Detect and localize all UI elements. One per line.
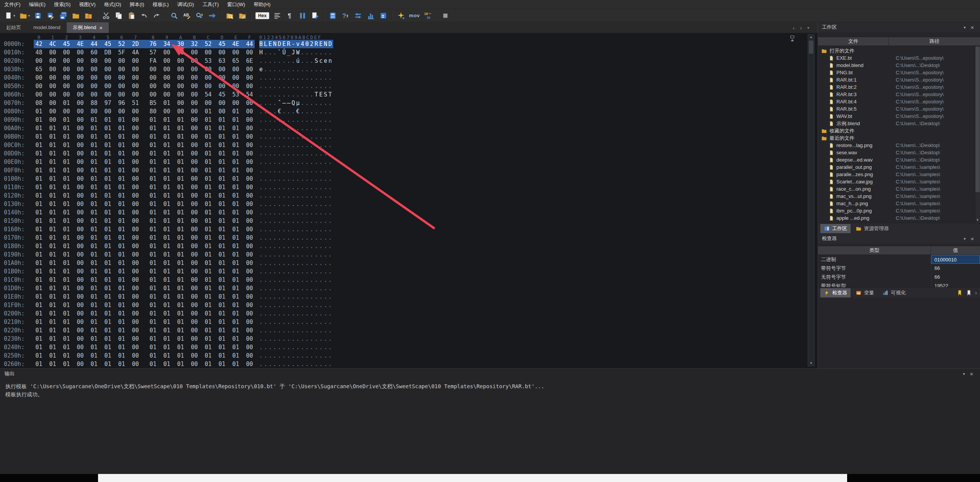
hex-byte[interactable]: 01	[34, 217, 44, 225]
ascii-char[interactable]: .	[291, 268, 296, 275]
ascii-char[interactable]: .	[291, 226, 296, 233]
hex-byte[interactable]: 00	[103, 57, 113, 65]
hex-byte[interactable]: 00	[175, 90, 186, 99]
ascii-char[interactable]: .	[296, 226, 301, 233]
hex-ascii[interactable]: e...............	[259, 65, 333, 74]
ascii-char[interactable]: .	[287, 192, 291, 199]
ascii-char[interactable]: .	[268, 167, 273, 174]
hex-ascii[interactable]: ................	[259, 116, 333, 124]
panel-tab-workspace[interactable]: 工作区	[820, 224, 851, 233]
ascii-char[interactable]: .	[301, 234, 305, 241]
ascii-char[interactable]: .	[273, 234, 278, 241]
hex-byte[interactable]: 00	[244, 166, 255, 175]
hex-bytes[interactable]: 01010100010101000101010001010100	[34, 250, 255, 259]
hex-byte[interactable]: 01	[175, 326, 186, 335]
hex-ascii[interactable]: ................	[259, 149, 333, 158]
ascii-char[interactable]: .	[291, 344, 296, 351]
hex-byte[interactable]: 4C	[47, 40, 58, 48]
ascii-char[interactable]: .	[259, 285, 264, 292]
hex-byte[interactable]: 01	[116, 208, 127, 217]
ascii-char[interactable]: .	[291, 335, 296, 342]
ascii-char[interactable]: .	[268, 116, 273, 123]
ascii-char[interactable]: .	[301, 49, 305, 56]
hex-byte[interactable]: 00	[130, 90, 141, 99]
ascii-char[interactable]: .	[282, 217, 287, 224]
hex-byte[interactable]: 01	[175, 132, 186, 141]
ascii-char[interactable]: .	[287, 150, 291, 157]
ascii-char[interactable]: .	[296, 209, 301, 216]
ascii-char[interactable]: .	[310, 251, 314, 258]
dropdown-caret-icon[interactable]: ▾	[28, 14, 30, 18]
hex-byte[interactable]: 01	[89, 124, 99, 132]
hex-byte[interactable]: 30	[175, 40, 186, 48]
hex-byte[interactable]: 01	[47, 200, 58, 208]
ascii-char[interactable]: D	[278, 41, 282, 47]
ascii-char[interactable]: .	[282, 192, 287, 199]
ascii-char[interactable]: .	[273, 327, 278, 334]
hex-byte[interactable]: 00	[175, 99, 186, 107]
ascii-char[interactable]: .	[305, 276, 310, 283]
ascii-char[interactable]: .	[305, 192, 310, 199]
hex-byte[interactable]: 00	[116, 74, 127, 82]
ascii-char[interactable]: e	[324, 57, 328, 64]
inspector-close-icon[interactable]: ×	[969, 235, 976, 242]
ascii-char[interactable]: .	[319, 209, 324, 216]
hex-byte[interactable]: 01	[148, 259, 158, 267]
hex-byte[interactable]: 00	[75, 309, 85, 318]
hex-byte[interactable]: 01	[203, 335, 213, 343]
ascii-char[interactable]: .	[328, 319, 333, 325]
hex-byte[interactable]: 01	[61, 141, 72, 149]
hex-byte[interactable]: 01	[217, 335, 227, 343]
inspector-menu-icon[interactable]: ▾	[961, 237, 969, 241]
hex-byte[interactable]: 01	[89, 276, 99, 284]
ascii-char[interactable]: .	[282, 66, 287, 73]
ascii-char[interactable]: .	[278, 209, 282, 216]
hex-byte[interactable]: 01	[47, 301, 58, 309]
hex-ascii[interactable]: ............TEST	[259, 90, 333, 99]
ascii-char[interactable]: .	[264, 260, 268, 266]
hex-byte[interactable]: 01	[162, 141, 172, 149]
hex-ascii[interactable]: ................	[259, 82, 333, 90]
hex-byte[interactable]: 00	[130, 309, 141, 318]
ascii-char[interactable]: .	[287, 302, 291, 309]
hex-byte[interactable]: 01	[47, 259, 58, 267]
inspector-value[interactable]: 66	[931, 273, 980, 281]
hex-byte[interactable]: 01	[231, 116, 241, 124]
ascii-char[interactable]: .	[282, 302, 287, 309]
ascii-char[interactable]: .	[273, 91, 278, 98]
hex-byte[interactable]: 01	[203, 343, 213, 351]
inspector-row[interactable]: 二进制01000010	[818, 255, 980, 264]
hex-byte[interactable]: 00	[189, 276, 200, 284]
ascii-char[interactable]: .	[273, 302, 278, 309]
ascii-char[interactable]: .	[328, 175, 333, 182]
ascii-char[interactable]: .	[291, 327, 296, 334]
ascii-char[interactable]: .	[278, 335, 282, 342]
hex-byte[interactable]: 01	[231, 217, 241, 225]
hex-byte[interactable]: 00	[130, 267, 141, 276]
hex-byte[interactable]: 01	[148, 242, 158, 250]
ascii-char[interactable]: .	[278, 133, 282, 140]
ascii-char[interactable]: .	[328, 150, 333, 157]
panel-overflow-icon[interactable]: ›	[975, 290, 977, 296]
hex-row[interactable]: 0170h:01010100010101000101010001010100..…	[0, 234, 818, 242]
hex-byte[interactable]: 01	[148, 318, 158, 326]
hex-byte[interactable]: 00	[116, 57, 127, 65]
import-folder-button[interactable]	[82, 10, 95, 21]
hex-byte[interactable]: 01	[162, 301, 172, 309]
ascii-char[interactable]: –	[287, 100, 291, 106]
hex-byte[interactable]: 00	[130, 175, 141, 183]
hex-byte[interactable]: 01	[61, 318, 72, 326]
ascii-char[interactable]: .	[287, 319, 291, 325]
ascii-char[interactable]: .	[314, 175, 319, 182]
hex-bytes[interactable]: 01010100010101000101010001010100	[34, 259, 255, 267]
hex-byte[interactable]: 01	[89, 309, 99, 318]
hex-byte[interactable]: 00	[34, 57, 44, 65]
hex-byte[interactable]: 01	[175, 200, 186, 208]
hex-byte[interactable]: 00	[116, 90, 127, 99]
ascii-char[interactable]: W	[296, 49, 301, 56]
hex-row[interactable]: 0040h:00000000000000000000000000000000..…	[0, 74, 818, 82]
ascii-char[interactable]: .	[268, 310, 273, 317]
ascii-char[interactable]: .	[291, 217, 296, 224]
hex-byte[interactable]: 01	[203, 124, 213, 132]
hex-byte[interactable]: 01	[34, 351, 44, 360]
